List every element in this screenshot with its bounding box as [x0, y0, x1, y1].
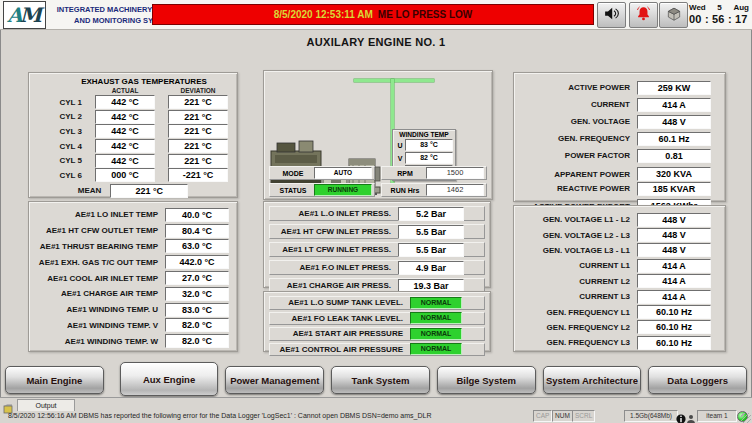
system-date: Wed 5 Aug	[689, 3, 749, 12]
scroll-lock-indicator: SCRL	[572, 410, 595, 422]
lt-cfw-inlet-press-value: 5.5 Bar	[398, 243, 464, 257]
current-l1-value: 414 A	[637, 259, 711, 273]
active-power-value: 259 KW	[637, 81, 711, 95]
frequency-l2-value: 60.10 Hz	[637, 320, 711, 334]
mute-sound-button[interactable]	[597, 2, 626, 28]
nav-system-architecture-button[interactable]: System Architecture	[543, 366, 642, 394]
charge-air-temp-value: 32.0 °C	[165, 287, 229, 301]
exhaust-column-headers: ACTUAL DEVIATION	[29, 87, 237, 94]
generator-phases-panel: GEN. VOLTAGE L1 - L2448 V GEN. VOLTAGE L…	[513, 205, 726, 352]
list-item: AE#1 LO INLET TEMP40.0 °C	[35, 207, 229, 223]
output-tab[interactable]: Output	[17, 399, 75, 411]
list-item: AE#1 CHARGE AIR TEMP32.0 °C	[35, 286, 229, 302]
list-item: AE#1 WINDING TEMP. U83.0 °C	[35, 302, 229, 318]
current-value: 414 A	[637, 98, 711, 112]
caps-lock-indicator: CAP	[533, 410, 552, 422]
fo-leak-tank-status: NORMAL	[410, 312, 462, 324]
company-logo: AM	[3, 1, 46, 29]
nav-tank-system-button[interactable]: Tank System	[331, 366, 430, 394]
mean-row: MEAN 221 °C	[29, 184, 237, 198]
cyl5-actual-value: 442 °C	[95, 154, 155, 168]
nav-main-engine-button[interactable]: Main Engine	[5, 366, 104, 394]
cyl1-actual-value: 442 °C	[95, 95, 155, 109]
mode-label: MODE	[272, 170, 314, 177]
nav-bilge-system-button[interactable]: Bilge System	[437, 366, 536, 394]
rpm-label: RPM	[384, 170, 426, 177]
reactive-power-value: 185 KVAR	[637, 182, 711, 196]
list-item: V 82 °C	[395, 152, 453, 164]
mean-label: MEAN	[78, 186, 102, 195]
cyl2-actual-value: 442 °C	[95, 110, 155, 124]
list-item: AE#1 L.O SUMP TANK LEVEL.NORMAL	[269, 296, 485, 310]
rpm-value: 1500	[426, 167, 484, 179]
alarm-message: ME LO PRESS LOW	[378, 9, 472, 20]
nav-power-management-button[interactable]: Power Management	[225, 366, 324, 394]
exh-gas-tc-out-temp-value: 442.0 °C	[165, 255, 229, 269]
list-item: REACTIVE POWER185 KVAR	[520, 182, 711, 197]
speaker-icon	[602, 5, 621, 26]
run-hours-value: 1462	[426, 184, 484, 196]
cyl3-actual-value: 442 °C	[95, 124, 155, 138]
table-row: CYL 3 442 °C 221 °C	[29, 124, 237, 139]
cyl5-deviation-value: 221 °C	[168, 154, 228, 168]
current-l2-value: 414 A	[637, 274, 711, 288]
ht-cfw-inlet-press-value: 5.5 Bar	[398, 225, 464, 239]
ht-cfw-outlet-temp-value: 80.4 °C	[165, 224, 229, 238]
col-deviation: DEVIATION	[168, 87, 228, 94]
alarm-banner[interactable]: 8/5/2020 12:53:11 AM ME LO PRESS LOW	[152, 4, 594, 25]
winding-temp-v-value: 82.0 °C	[165, 318, 229, 332]
rpm-row: RPM 1500	[381, 166, 487, 180]
winding-u-value: 83 °C	[405, 139, 453, 151]
cyl4-deviation-value: 221 °C	[168, 139, 228, 153]
list-item: GEN. VOLTAGE448 V	[520, 113, 711, 130]
start-air-pressure-status: NORMAL	[410, 328, 462, 340]
plant-view-button[interactable]	[659, 2, 688, 28]
nav-aux-engine-button[interactable]: Aux Engine	[120, 362, 219, 396]
control-air-pressure-status: NORMAL	[410, 343, 462, 355]
list-item: AE#1 THRUST BEARING TEMP63.0 °C	[35, 239, 229, 255]
alarm-bell-icon	[635, 5, 652, 26]
mode-value: AUTO	[314, 167, 372, 179]
memory-usage: 1.5Gb(648Mb)	[624, 410, 678, 422]
col-actual: ACTUAL	[95, 87, 155, 94]
plant-3d-icon	[665, 5, 683, 26]
current-l3-value: 414 A	[637, 290, 711, 304]
power-factor-value: 0.81	[637, 149, 711, 163]
run-hours-label: RUN Hrs	[384, 187, 426, 194]
list-item: GEN. FREQUENCY L160.10 Hz	[520, 304, 711, 319]
header-bar: AM INTEGRATED MACHINERY CONTROL AND MONI…	[0, 0, 752, 30]
num-lock-indicator: NUM	[552, 410, 573, 422]
list-item: AE#1 F.O INLET PRESS.4.9 Bar	[269, 260, 485, 275]
cyl3-deviation-value: 221 °C	[168, 124, 228, 138]
cyl4-actual-value: 442 °C	[95, 139, 155, 153]
table-row: CYL 1 442 °C 221 °C	[29, 95, 237, 110]
list-item: AE#1 EXH. GAS T/C OUT TEMP442.0 °C	[35, 254, 229, 270]
nav-data-loggers-button[interactable]: Data Loggers	[648, 366, 747, 394]
system-clock: Wed 5 Aug 00 : 56 : 17	[689, 3, 749, 25]
list-item: AE#1 START AIR PRESSURENORMAL	[269, 327, 485, 341]
ae1-temperatures-panel: AE#1 LO INLET TEMP40.0 °C AE#1 HT CFW OU…	[28, 201, 238, 352]
fo-inlet-press-value: 4.9 Bar	[398, 261, 464, 275]
list-item: GEN. VOLTAGE L1 - L2448 V	[520, 212, 711, 227]
status-badge: RUNNING	[314, 184, 372, 196]
list-item: AE#1 HT CFW INLET PRESS.5.5 Bar	[269, 224, 485, 239]
page-title: AUXILARY ENGINE NO. 1	[0, 36, 752, 48]
engine-mimic-panel: WINDING TEMP U 83 °C V 82 °C W 82 °C MOD…	[263, 70, 493, 200]
list-item: AE#1 FO LEAK TANK LEVEL.NORMAL	[269, 312, 485, 326]
info-icon[interactable]	[676, 410, 686, 423]
clock-day: 5	[717, 3, 721, 12]
list-item: AE#1 LT CFW INLET PRESS.5.5 Bar	[269, 242, 485, 257]
list-item: CURRENT414 A	[520, 96, 711, 113]
cyl2-deviation-value: 221 °C	[168, 110, 228, 124]
resize-grip[interactable]	[741, 413, 751, 423]
mean-value: 221 °C	[110, 184, 188, 198]
table-row: CYL 4 442 °C 221 °C	[29, 139, 237, 154]
list-item: AE#1 COOL AIR INLET TEMP27.0 °C	[35, 270, 229, 286]
exhaust-panel-title: EXHAUST GAS TEMPERATURES	[51, 77, 237, 86]
alarm-ack-button[interactable]	[629, 2, 658, 28]
list-item: AE#1 WINDING TEMP. W82.0 °C	[35, 333, 229, 349]
voltage-l1-l2-value: 448 V	[637, 213, 711, 227]
status-label: STATUS	[272, 187, 314, 194]
list-item: AE#1 L.O INLET PRESS.5.2 Bar	[269, 206, 485, 221]
clock-time: 00 : 56 : 17	[689, 13, 749, 25]
